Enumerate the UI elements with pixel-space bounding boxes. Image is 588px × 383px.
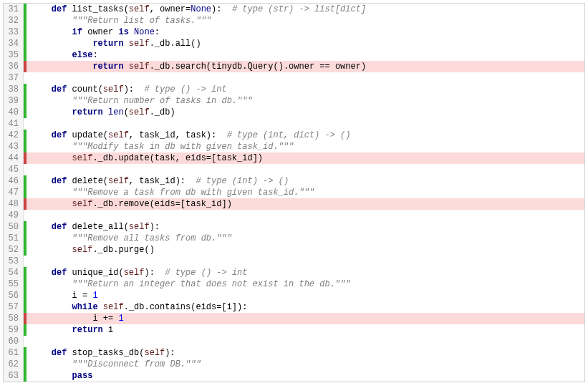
- code-content[interactable]: self._db.remove(eids=[task_id]): [26, 198, 584, 210]
- line-number: 50: [4, 221, 24, 233]
- line-number: 41: [4, 118, 24, 130]
- code-line[interactable]: 62 """Disconnect from DB.""": [4, 359, 584, 370]
- code-content[interactable]: return self._db.search(tinydb.Query().ow…: [26, 61, 584, 72]
- line-number: 62: [4, 359, 24, 370]
- code-line[interactable]: 38 def count(self): # type () -> int: [4, 84, 584, 95]
- line-number: 57: [4, 301, 24, 313]
- code-line[interactable]: 39 """Return number of tasks in db.""": [4, 95, 584, 107]
- code-content[interactable]: [26, 210, 584, 221]
- code-content[interactable]: pass: [26, 370, 584, 382]
- code-line[interactable]: 54 def unique_id(self): # type () -> int: [4, 267, 584, 278]
- line-number: 43: [4, 141, 24, 152]
- code-content[interactable]: [26, 336, 584, 347]
- code-content[interactable]: i += 1: [26, 313, 584, 324]
- line-number: 60: [4, 336, 24, 347]
- line-number: 63: [4, 370, 24, 382]
- line-number: 37: [4, 72, 24, 84]
- line-number: 48: [4, 198, 24, 210]
- line-number: 33: [4, 26, 24, 38]
- code-content[interactable]: """Disconnect from DB.""": [26, 359, 584, 370]
- code-content[interactable]: return i: [26, 324, 584, 336]
- line-number: 38: [4, 84, 24, 95]
- code-line[interactable]: 34 return self._db.all(): [4, 38, 584, 49]
- code-line[interactable]: 36 return self._db.search(tinydb.Query()…: [4, 61, 584, 72]
- code-content[interactable]: [26, 118, 584, 130]
- line-number: 61: [4, 347, 24, 359]
- code-line[interactable]: 55 """Return an integer that does not ex…: [4, 278, 584, 290]
- code-content[interactable]: [26, 256, 584, 267]
- code-line[interactable]: 42 def update(self, task_id, task): # ty…: [4, 130, 584, 141]
- code-line[interactable]: 47 """Remove a task from db with given t…: [4, 187, 584, 198]
- code-content[interactable]: def list_tasks(self, owner=None): # type…: [26, 4, 584, 15]
- code-content[interactable]: """Remove a task from db with given task…: [26, 187, 584, 198]
- line-number: 34: [4, 38, 24, 49]
- code-line[interactable]: 49: [4, 210, 584, 221]
- code-line[interactable]: 51 """Remove all tasks from db.""": [4, 233, 584, 244]
- line-number: 52: [4, 244, 24, 256]
- code-content[interactable]: """Modify task in db with given task_id.…: [26, 141, 584, 152]
- line-number: 49: [4, 210, 24, 221]
- code-content[interactable]: [26, 72, 584, 84]
- line-number: 54: [4, 267, 24, 278]
- code-line[interactable]: 60: [4, 336, 584, 347]
- line-number: 40: [4, 107, 24, 118]
- code-line[interactable]: 33 if owner is None:: [4, 26, 584, 38]
- line-number: 36: [4, 61, 24, 72]
- code-content[interactable]: else:: [26, 49, 584, 61]
- line-number: 51: [4, 233, 24, 244]
- code-line[interactable]: 32 """Return list of tasks.""": [4, 15, 584, 26]
- line-number: 56: [4, 290, 24, 301]
- code-content[interactable]: """Remove all tasks from db.""": [26, 233, 584, 244]
- code-content[interactable]: def stop_tasks_db(self):: [26, 347, 584, 359]
- code-content[interactable]: self._db.purge(): [26, 244, 584, 256]
- code-content[interactable]: """Return list of tasks.""": [26, 15, 584, 26]
- code-content[interactable]: if owner is None:: [26, 26, 584, 38]
- code-line[interactable]: 53: [4, 256, 584, 267]
- code-content[interactable]: def delete(self, task_id): # type (int) …: [26, 175, 584, 187]
- code-line[interactable]: 43 """Modify task in db with given task_…: [4, 141, 584, 152]
- line-number: 45: [4, 164, 24, 175]
- code-content[interactable]: i = 1: [26, 290, 584, 301]
- code-content[interactable]: def count(self): # type () -> int: [26, 84, 584, 95]
- code-line[interactable]: 57 while self._db.contains(eids=[i]):: [4, 301, 584, 313]
- code-line[interactable]: 50 def delete_all(self):: [4, 221, 584, 233]
- line-number: 31: [4, 4, 24, 15]
- code-content[interactable]: self._db.update(task, eids=[task_id]): [26, 152, 584, 164]
- code-editor[interactable]: 31 def list_tasks(self, owner=None): # t…: [3, 3, 585, 382]
- code-line[interactable]: 61 def stop_tasks_db(self):: [4, 347, 584, 359]
- line-number: 55: [4, 278, 24, 290]
- code-content[interactable]: [26, 164, 584, 175]
- code-line[interactable]: 40 return len(self._db): [4, 107, 584, 118]
- code-line[interactable]: 59 return i: [4, 324, 584, 336]
- code-line[interactable]: 45: [4, 164, 584, 175]
- code-line[interactable]: 44 self._db.update(task, eids=[task_id]): [4, 152, 584, 164]
- code-content[interactable]: """Return number of tasks in db.""": [26, 95, 584, 107]
- line-number: 47: [4, 187, 24, 198]
- line-number: 32: [4, 15, 24, 26]
- code-line[interactable]: 46 def delete(self, task_id): # type (in…: [4, 175, 584, 187]
- code-content[interactable]: """Return an integer that does not exist…: [26, 278, 584, 290]
- code-line[interactable]: 31 def list_tasks(self, owner=None): # t…: [4, 4, 584, 15]
- code-line[interactable]: 52 self._db.purge(): [4, 244, 584, 256]
- line-number: 44: [4, 152, 24, 164]
- code-content[interactable]: def update(self, task_id, task): # type …: [26, 130, 584, 141]
- code-line[interactable]: 58 i += 1: [4, 313, 584, 324]
- line-number: 46: [4, 175, 24, 187]
- code-content[interactable]: def delete_all(self):: [26, 221, 584, 233]
- code-line[interactable]: 56 i = 1: [4, 290, 584, 301]
- line-number: 58: [4, 313, 24, 324]
- line-number: 53: [4, 256, 24, 267]
- code-line[interactable]: 35 else:: [4, 49, 584, 61]
- code-line[interactable]: 48 self._db.remove(eids=[task_id]): [4, 198, 584, 210]
- code-line[interactable]: 41: [4, 118, 584, 130]
- code-content[interactable]: def unique_id(self): # type () -> int: [26, 267, 584, 278]
- code-line[interactable]: 63 pass: [4, 370, 584, 382]
- line-number: 39: [4, 95, 24, 107]
- code-line[interactable]: 37: [4, 72, 584, 84]
- code-content[interactable]: return len(self._db): [26, 107, 584, 118]
- code-content[interactable]: while self._db.contains(eids=[i]):: [26, 301, 584, 313]
- line-number: 42: [4, 130, 24, 141]
- code-content[interactable]: return self._db.all(): [26, 38, 584, 49]
- line-number: 35: [4, 49, 24, 61]
- line-number: 59: [4, 324, 24, 336]
